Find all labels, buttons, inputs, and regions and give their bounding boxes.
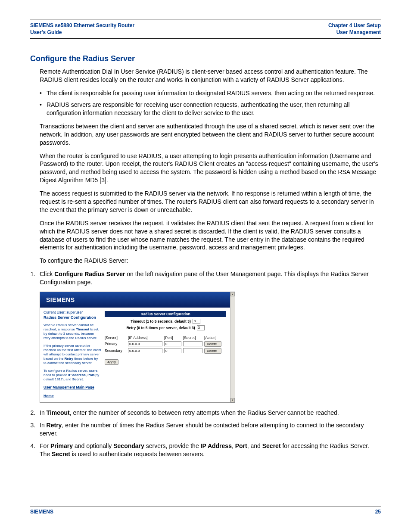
col-server: [Server] bbox=[105, 336, 126, 340]
bullet-item: RADIUS servers are responsible for recei… bbox=[40, 101, 381, 117]
step-list-a: Click Configure Radius Server on the lef… bbox=[30, 270, 381, 286]
t: Timeout bbox=[47, 409, 70, 416]
retry-input[interactable] bbox=[197, 325, 205, 330]
header-rule-bottom bbox=[30, 38, 381, 39]
t: IP address, Port bbox=[68, 373, 94, 377]
secret-input[interactable] bbox=[183, 341, 202, 346]
t: Secret bbox=[72, 377, 83, 381]
t: Timeout bbox=[76, 327, 89, 331]
t: In bbox=[40, 409, 47, 416]
left-pane: Current User: superuser Radius Server Co… bbox=[40, 308, 105, 402]
t: is used to authenticate requests between… bbox=[70, 451, 205, 457]
t: IP Address bbox=[201, 442, 232, 449]
table-header: [Server] [IP Address] [Port] [Secret] [A… bbox=[105, 336, 226, 340]
left-page-title: Radius Server Configuration bbox=[44, 315, 101, 320]
step-3: In Retry, enter the number of times the … bbox=[37, 421, 381, 438]
bullet-list: The client is responsible for passing us… bbox=[40, 89, 381, 117]
step1-pre: Click bbox=[40, 271, 54, 277]
app-body: Current User: superuser Radius Server Co… bbox=[40, 308, 230, 402]
header-right: Chapter 4 User Setup User Management bbox=[328, 22, 381, 36]
t: Secret bbox=[262, 442, 281, 449]
paragraph-transactions: Transactions between the client and serv… bbox=[40, 122, 381, 147]
scroll-down-icon[interactable]: ▾ bbox=[230, 398, 235, 402]
footer-rule bbox=[30, 507, 381, 507]
step-2: In Timeout, enter the number of seconds … bbox=[37, 409, 381, 417]
scroll-up-icon[interactable]: ▴ bbox=[230, 292, 235, 296]
link-user-management[interactable]: User Management Main Page bbox=[44, 385, 101, 389]
port-input[interactable] bbox=[164, 341, 181, 346]
header-chapter: Chapter 4 User Setup bbox=[328, 22, 381, 29]
app-header: SIEMENS bbox=[40, 292, 230, 308]
siemens-logo: SIEMENS bbox=[46, 296, 75, 303]
t: , enter the number of times the Radius S… bbox=[40, 422, 364, 437]
section-title: Configure the Radius Server bbox=[30, 54, 381, 63]
page-header: SIEMENS se5880 Ethernet Security Router … bbox=[30, 22, 381, 36]
timeout-label: Timeout (1 to 5 seconds, default 3) bbox=[131, 319, 191, 324]
col-secret: [Secret] bbox=[183, 336, 202, 340]
paragraph-access: The access request is submitted to the R… bbox=[40, 190, 381, 214]
link-home[interactable]: Home bbox=[44, 394, 101, 398]
step-4: For Primary and optionally Secondary ser… bbox=[37, 442, 381, 458]
step-1: Click Configure Radius Server on the lef… bbox=[37, 270, 381, 286]
server-table: [Server] [IP Address] [Port] [Secret] [A… bbox=[105, 336, 226, 354]
header-rule-top bbox=[30, 19, 381, 19]
header-guide: User's Guide bbox=[30, 29, 134, 36]
paragraph-once: Once the RADIUS server receives the requ… bbox=[40, 219, 381, 252]
footer-row: SIEMENS 25 bbox=[30, 509, 381, 515]
t: , enter the number of seconds to between… bbox=[70, 409, 339, 416]
ip-input[interactable] bbox=[128, 341, 162, 346]
t: For bbox=[40, 442, 50, 449]
t: Port bbox=[235, 442, 247, 449]
col-port: [Port] bbox=[164, 336, 181, 340]
embedded-screenshot: ▴ ▾ SIEMENS Current User: superuser Radi… bbox=[40, 292, 235, 403]
intro-paragraph: Remote Authentication Dial In User Servi… bbox=[40, 68, 381, 84]
port-input[interactable] bbox=[164, 348, 181, 353]
t: In bbox=[40, 422, 47, 429]
t: . bbox=[83, 377, 84, 381]
header-section: User Management bbox=[328, 29, 381, 36]
retry-label: Retry (0 to 5 times per server, default … bbox=[126, 326, 195, 330]
current-user: Current User: superuser bbox=[44, 310, 101, 314]
page: SIEMENS se5880 Ethernet Security Router … bbox=[0, 0, 411, 532]
cell-server: Secondary bbox=[105, 348, 126, 353]
header-product: SIEMENS se5880 Ethernet Security Router bbox=[30, 22, 134, 29]
t: , and bbox=[247, 442, 262, 449]
page-footer: SIEMENS 25 bbox=[30, 507, 381, 515]
apply-row: Apply bbox=[105, 360, 226, 364]
secret-input[interactable] bbox=[183, 348, 202, 353]
timeout-input[interactable] bbox=[193, 319, 200, 324]
col-action: [Action] bbox=[204, 336, 221, 340]
t: Retry bbox=[47, 422, 62, 429]
left-help-3: To configure a Radius server, users need… bbox=[44, 369, 101, 382]
t: and optionally bbox=[73, 442, 113, 449]
table-row: Primary Delete bbox=[105, 341, 226, 347]
retry-row: Retry (0 to 5 times per server, default … bbox=[105, 325, 226, 330]
t: Primary bbox=[50, 442, 73, 449]
step-list-b: In Timeout, enter the number of seconds … bbox=[30, 409, 381, 458]
table-row: Secondary Delete bbox=[105, 348, 226, 354]
paragraph-toconf: To configure the RADIUS Server: bbox=[40, 257, 381, 265]
timeout-row: Timeout (1 to 5 seconds, default 3) bbox=[105, 319, 226, 324]
t: Secret bbox=[52, 451, 70, 457]
scrollbar[interactable]: ▴ ▾ bbox=[230, 292, 235, 402]
ip-input[interactable] bbox=[128, 348, 162, 353]
left-help-1: When a Radius server cannot be reached, … bbox=[44, 323, 101, 340]
t: Secondary bbox=[113, 442, 144, 449]
left-help-2: If the primary server cannot be reached … bbox=[44, 344, 101, 365]
cell-server: Primary bbox=[105, 342, 126, 346]
bullet-item: The client is responsible for passing us… bbox=[40, 89, 381, 97]
col-ip: [IP Address] bbox=[128, 336, 162, 340]
page-number: 25 bbox=[375, 509, 381, 515]
step1-bold: Configure Radius Server bbox=[54, 271, 125, 277]
delete-button[interactable]: Delete bbox=[204, 341, 221, 347]
footer-brand: SIEMENS bbox=[30, 509, 53, 515]
delete-button[interactable]: Delete bbox=[204, 348, 221, 354]
t: servers, provide the bbox=[144, 442, 201, 449]
apply-button[interactable]: Apply bbox=[105, 359, 118, 365]
paragraph-when: When the router is configured to use RAD… bbox=[40, 152, 381, 185]
right-pane: Radius Server Configuration Timeout (1 t… bbox=[105, 308, 230, 402]
config-panel-title: Radius Server Configuration bbox=[105, 311, 226, 317]
t: Retry bbox=[64, 357, 73, 361]
header-left: SIEMENS se5880 Ethernet Security Router … bbox=[30, 22, 134, 36]
t: , bbox=[232, 442, 235, 449]
